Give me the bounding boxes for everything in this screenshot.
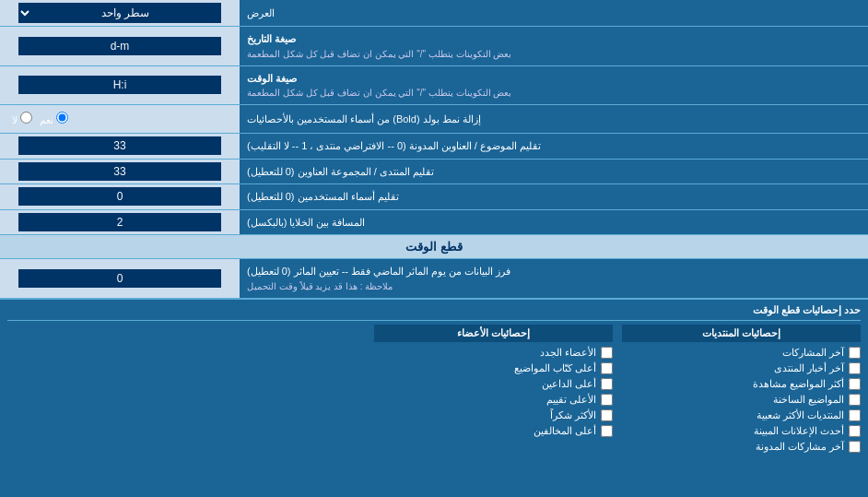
input-topic-titles[interactable]	[0, 134, 240, 159]
label-date-format: صيغة التاريخ بعض التكوينات يتطلب "/" الت…	[240, 27, 868, 65]
checkbox-1-3[interactable]	[849, 378, 861, 390]
stats-col1-title: إحصائيات المنتديات	[622, 325, 861, 342]
checkbox-2-6[interactable]	[601, 425, 613, 437]
radio-yes[interactable]	[56, 112, 68, 124]
checkbox-1-6[interactable]	[849, 425, 861, 437]
label-forum-titles: تقليم المنتدى / المجموعة العناوين (0 للت…	[240, 160, 868, 184]
stat-item-1-5: المنتديات الأكثر شعبية	[622, 408, 861, 423]
checkbox-1-5[interactable]	[849, 409, 861, 421]
checkbox-1-2[interactable]	[849, 362, 861, 374]
stat-item-2-4: الأعلى تقييم	[374, 392, 613, 408]
stat-item-2-6: أعلى المخالفين	[374, 423, 613, 439]
checkbox-2-2[interactable]	[601, 362, 613, 374]
row-time-format: صيغة الوقت بعض التكوينات يتطلب "/" التي …	[0, 66, 868, 106]
input-date-format[interactable]: d-m	[0, 27, 240, 65]
label-bold-remove: إزالة نمط بولد (Bold) من أسماء المستخدمي…	[240, 105, 868, 133]
label-usernames: تقليم أسماء المستخدمين (0 للتعطيل)	[240, 184, 868, 209]
time-format-input[interactable]	[18, 76, 221, 94]
label-cell-spacing: المسافة بين الخلايا (بالبكسل)	[240, 210, 868, 235]
stat-item-1-1: آخر المشاركات	[622, 345, 861, 361]
stats-section: حدد إحصائيات قطع الوقت إحصائيات المنتديا…	[0, 299, 868, 459]
checkbox-1-7[interactable]	[849, 441, 861, 453]
checkbox-2-4[interactable]	[601, 394, 613, 406]
stats-section-label: حدد إحصائيات قطع الوقت	[7, 304, 861, 316]
cuttime-section-header: قطع الوقت	[0, 235, 868, 259]
checkbox-1-1[interactable]	[849, 347, 861, 359]
label-cuttime: فرز البيانات من يوم الماثر الماضي فقط --…	[240, 259, 868, 298]
label-time-format: صيغة الوقت بعض التكوينات يتطلب "/" التي …	[240, 66, 868, 105]
row-forum-titles: تقليم المنتدى / المجموعة العناوين (0 للت…	[0, 160, 868, 185]
stat-item-2-1: الأعضاء الجدد	[374, 345, 613, 361]
stats-col2-title: إحصائيات الأعضاء	[374, 325, 613, 342]
label-display: العرض	[240, 0, 868, 26]
stat-item-2-3: أعلى الداعين	[374, 376, 613, 392]
stats-col2: إحصائيات الأعضاء الأعضاء الجدد أعلى كتّا…	[374, 325, 613, 455]
label-topic-titles: تقليم الموضوع / العناوين المدونة (0 -- ا…	[240, 134, 868, 159]
row-bold-remove: إزالة نمط بولد (Bold) من أسماء المستخدمي…	[0, 105, 868, 134]
row-date-format: صيغة التاريخ بعض التكوينات يتطلب "/" الت…	[0, 27, 868, 66]
radio-no[interactable]	[20, 112, 32, 124]
stat-item-1-3: أكثر المواضيع مشاهدة	[622, 376, 861, 392]
checkbox-2-5[interactable]	[601, 409, 613, 421]
input-cell-spacing[interactable]	[0, 210, 240, 235]
input-cuttime[interactable]	[0, 259, 240, 298]
row-cell-spacing: المسافة بين الخلايا (بالبكسل)	[0, 210, 868, 236]
input-display[interactable]: سطر واحد	[0, 0, 240, 26]
input-forum-titles[interactable]	[0, 160, 240, 184]
cell-spacing-input[interactable]	[18, 213, 221, 231]
single-line-select[interactable]: سطر واحد	[18, 3, 221, 23]
stat-item-1-4: المواضيع الساخنة	[622, 392, 861, 408]
stat-item-1-2: آخر أخبار المنتدى	[622, 361, 861, 376]
row-usernames: تقليم أسماء المستخدمين (0 للتعطيل)	[0, 184, 868, 210]
bold-radio-group: نعم لا	[5, 108, 76, 130]
row-topic-titles: تقليم الموضوع / العناوين المدونة (0 -- ا…	[0, 134, 868, 160]
input-bold-remove[interactable]: نعم لا	[0, 105, 240, 133]
input-time-format[interactable]	[0, 66, 240, 105]
checkbox-2-1[interactable]	[601, 347, 613, 359]
input-usernames[interactable]	[0, 184, 240, 209]
row-display: العرض سطر واحد	[0, 0, 868, 27]
stat-item-2-2: أعلى كتّاب المواضيع	[374, 361, 613, 376]
topic-titles-input[interactable]	[18, 136, 221, 155]
stat-item-1-6: أحدث الإعلانات المبينة	[622, 423, 861, 439]
stat-item-2-5: الأكثر شكراً	[374, 408, 613, 423]
date-format-input[interactable]: d-m	[18, 37, 221, 55]
row-cuttime: فرز البيانات من يوم الماثر الماضي فقط --…	[0, 259, 868, 299]
checkbox-1-4[interactable]	[849, 394, 861, 406]
radio-yes-label: نعم	[40, 112, 68, 126]
cuttime-input[interactable]	[18, 269, 221, 288]
stat-item-1-7: آخر مشاركات المدونة	[622, 439, 861, 455]
stats-right-spacer	[7, 325, 365, 455]
checkbox-2-3[interactable]	[601, 378, 613, 390]
usernames-input[interactable]	[18, 187, 221, 206]
radio-no-label: لا	[12, 112, 32, 126]
forum-titles-input[interactable]	[18, 162, 221, 181]
stats-col1: إحصائيات المنتديات آخر المشاركات آخر أخب…	[622, 325, 861, 455]
